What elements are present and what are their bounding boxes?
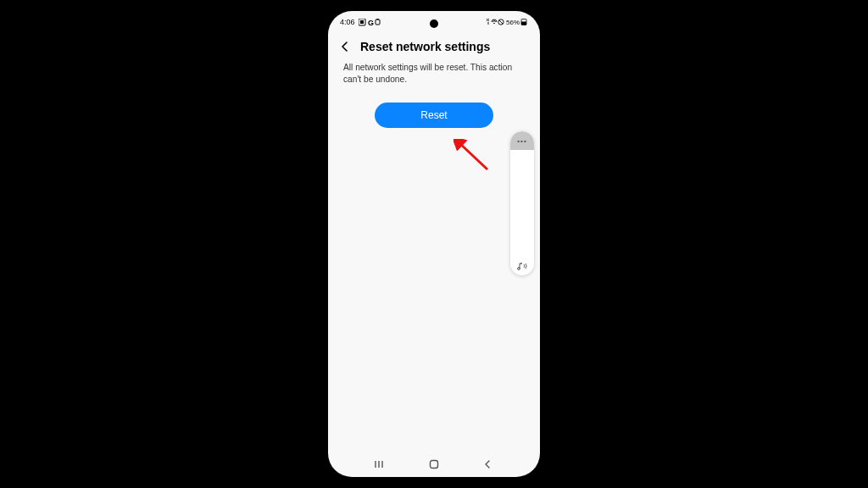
volume-fill bbox=[510, 150, 534, 257]
svg-point-5 bbox=[493, 23, 495, 25]
reset-description: All network settings will be reset. This… bbox=[328, 60, 540, 97]
more-icon[interactable]: ••• bbox=[517, 137, 526, 145]
svg-rect-3 bbox=[376, 19, 380, 25]
page-header: Reset network settings bbox=[328, 33, 540, 60]
status-time: 4:06 bbox=[340, 18, 355, 26]
sound-mode-icon[interactable] bbox=[510, 257, 534, 275]
svg-rect-15 bbox=[430, 461, 437, 469]
svg-line-11 bbox=[459, 142, 487, 169]
volume-panel[interactable]: ••• bbox=[510, 131, 534, 275]
android-nav-bar bbox=[328, 452, 540, 477]
svg-rect-4 bbox=[376, 19, 378, 20]
home-button[interactable] bbox=[426, 457, 442, 472]
status-notification-icons: G bbox=[359, 19, 381, 26]
action-row: Reset bbox=[328, 97, 540, 133]
svg-point-10 bbox=[518, 268, 520, 270]
front-camera bbox=[430, 19, 438, 28]
back-icon[interactable] bbox=[338, 40, 352, 53]
back-button[interactable] bbox=[480, 457, 495, 472]
volume-slider[interactable]: ••• bbox=[510, 131, 534, 257]
svg-text:56%: 56% bbox=[506, 19, 520, 26]
recents-button[interactable] bbox=[373, 457, 388, 472]
page-title: Reset network settings bbox=[360, 40, 490, 53]
arrow-annotation bbox=[453, 139, 494, 180]
svg-rect-1 bbox=[360, 20, 364, 24]
phone-frame: 4:06 G 5 bbox=[323, 6, 545, 482]
svg-rect-9 bbox=[521, 22, 526, 25]
volume-panel-collapse[interactable]: ••• bbox=[510, 131, 534, 150]
status-system-icons: 56% bbox=[486, 18, 528, 26]
reset-button[interactable]: Reset bbox=[375, 103, 493, 128]
phone-screen: 4:06 G 5 bbox=[328, 11, 540, 477]
svg-text:G: G bbox=[368, 19, 374, 26]
